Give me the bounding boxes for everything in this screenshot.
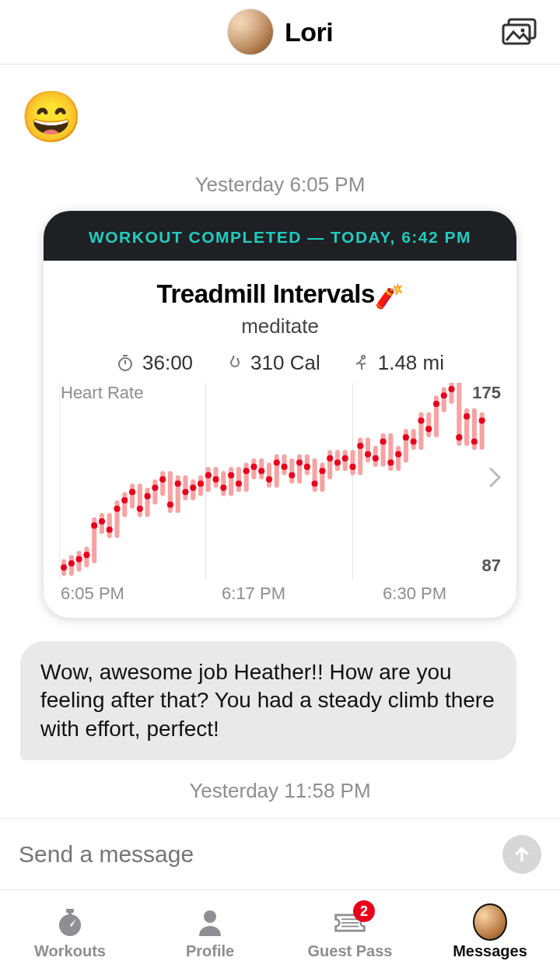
svg-point-107: [425, 426, 432, 432]
chart-detail-arrow[interactable]: [488, 466, 502, 493]
svg-rect-100: [404, 429, 408, 462]
svg-rect-125: [68, 912, 72, 915]
tab-label: Profile: [186, 942, 234, 960]
svg-rect-34: [152, 479, 157, 504]
svg-rect-64: [267, 462, 271, 487]
svg-point-81: [327, 455, 333, 461]
svg-point-55: [228, 472, 234, 478]
svg-rect-112: [449, 383, 453, 404]
workout-stats-row: 36:00 310 Cal 1.48 mi: [44, 351, 516, 375]
message-input[interactable]: [19, 841, 502, 868]
svg-point-103: [411, 438, 417, 444]
svg-point-23: [107, 527, 113, 533]
message-composer: [0, 818, 560, 889]
svg-rect-110: [442, 387, 446, 412]
svg-rect-106: [426, 412, 431, 437]
svg-point-115: [456, 434, 462, 440]
stat-calories: 310 Cal: [224, 351, 320, 375]
svg-rect-78: [320, 462, 324, 492]
svg-rect-36: [160, 471, 165, 496]
chart-svg: [59, 383, 501, 580]
svg-point-111: [441, 392, 447, 398]
svg-point-21: [99, 518, 105, 524]
workout-title-text: Treadmill Intervals: [157, 279, 375, 308]
stat-distance: 1.48 mi: [352, 351, 444, 375]
svg-point-77: [312, 480, 318, 486]
send-button[interactable]: [502, 835, 541, 874]
x-tick: 6:05 PM: [61, 584, 124, 604]
tab-label: Messages: [453, 942, 527, 960]
svg-point-19: [91, 522, 97, 528]
calories-value: 310 Cal: [250, 351, 320, 375]
svg-point-13: [68, 560, 75, 566]
svg-point-59: [243, 468, 250, 474]
chevron-right-icon: [488, 466, 502, 488]
svg-point-109: [433, 401, 439, 407]
svg-rect-58: [244, 462, 249, 492]
svg-point-91: [365, 451, 371, 457]
svg-point-37: [159, 476, 166, 482]
tab-profile[interactable]: Profile: [140, 890, 280, 975]
tab-workouts[interactable]: Workouts: [0, 890, 140, 975]
svg-point-127: [204, 910, 216, 923]
svg-point-2: [521, 29, 525, 33]
svg-rect-66: [275, 454, 279, 488]
svg-point-119: [471, 438, 478, 444]
outgoing-emoji-message[interactable]: 😄: [20, 88, 540, 146]
svg-rect-52: [221, 471, 226, 496]
svg-point-6: [362, 356, 365, 359]
svg-point-29: [129, 489, 135, 495]
svg-point-99: [395, 451, 401, 457]
svg-point-121: [479, 417, 485, 423]
svg-point-73: [296, 459, 303, 465]
flame-icon: [224, 353, 243, 372]
svg-point-57: [236, 480, 242, 486]
svg-point-51: [212, 476, 219, 482]
tab-messages[interactable]: Messages: [420, 890, 560, 975]
svg-point-105: [418, 417, 424, 423]
svg-point-31: [137, 506, 143, 512]
contact-avatar[interactable]: [227, 9, 274, 55]
workout-subtitle: meditate: [44, 314, 516, 338]
svg-rect-94: [381, 433, 386, 467]
stopwatch-icon: [116, 353, 135, 372]
svg-point-87: [349, 464, 355, 470]
svg-rect-42: [183, 475, 187, 500]
svg-point-63: [258, 468, 264, 474]
svg-point-117: [464, 413, 470, 419]
svg-point-89: [357, 443, 363, 449]
svg-point-33: [145, 493, 151, 499]
svg-point-69: [281, 464, 287, 470]
svg-point-15: [76, 556, 82, 562]
svg-point-71: [289, 472, 295, 478]
contact-name: Lori: [285, 17, 333, 47]
svg-point-41: [175, 480, 181, 486]
svg-rect-86: [350, 450, 355, 475]
svg-point-45: [190, 485, 196, 491]
duration-value: 36:00: [142, 351, 193, 375]
svg-rect-56: [236, 467, 241, 492]
svg-point-39: [167, 501, 173, 507]
tab-guest-pass[interactable]: 2 Guest Pass: [280, 890, 420, 975]
svg-rect-54: [229, 467, 233, 496]
incoming-message-bubble[interactable]: Wow, awesome job Heather!! How are you f…: [20, 641, 516, 760]
header-title-group[interactable]: Lori: [227, 9, 333, 55]
distance-value: 1.48 mi: [378, 351, 444, 375]
notification-badge: 2: [353, 900, 375, 922]
conversation-scroll[interactable]: 😄 Yesterday 6:05 PM WORKOUT COMPLETED — …: [0, 65, 560, 818]
tab-label: Workouts: [34, 942, 106, 960]
svg-rect-32: [145, 488, 150, 517]
workout-summary-card[interactable]: WORKOUT COMPLETED — TODAY, 6:42 PM Tread…: [44, 211, 516, 618]
svg-point-65: [266, 476, 272, 482]
svg-rect-22: [107, 513, 112, 538]
svg-point-43: [182, 489, 188, 495]
svg-point-67: [274, 459, 280, 465]
svg-point-27: [121, 497, 128, 503]
media-gallery-button[interactable]: [501, 18, 538, 46]
svg-point-83: [334, 459, 341, 465]
svg-point-75: [304, 464, 310, 470]
stat-duration: 36:00: [116, 351, 193, 375]
svg-rect-70: [289, 458, 294, 483]
svg-point-35: [152, 485, 158, 491]
svg-point-113: [448, 386, 454, 392]
